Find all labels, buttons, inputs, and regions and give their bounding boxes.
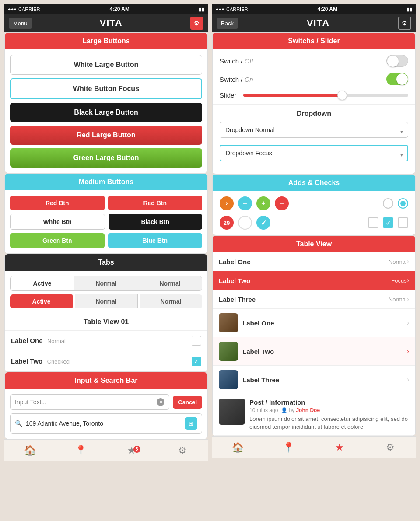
- check-item-2[interactable]: ✓: [383, 217, 393, 228]
- adds-checks-section: Adds & Checks › + + − 29 ✓: [212, 174, 416, 235]
- toggle-off[interactable]: [386, 55, 408, 67]
- minus-red-btn[interactable]: −: [275, 196, 289, 210]
- tv-label-three-main: Label Three: [219, 296, 386, 303]
- cancel-button[interactable]: Cancel: [173, 396, 202, 409]
- medium-buttons-body: Red Btn Red Btn White Btn Black Btn Gree…: [5, 190, 207, 253]
- post-thumbnail: [219, 399, 245, 425]
- slider-thumb[interactable]: [337, 91, 347, 100]
- left-tab-home[interactable]: 🏠: [4, 445, 55, 456]
- label-two-main: Label Two: [11, 357, 42, 365]
- check-item-3[interactable]: [398, 217, 408, 228]
- medium-red-btn-2[interactable]: Red Btn: [108, 196, 203, 210]
- white-focus-button[interactable]: White Button Focus: [10, 78, 202, 99]
- table-view-01-title: Table View 01: [5, 314, 207, 331]
- menu-button[interactable]: Menu: [9, 18, 32, 29]
- checkbox-label-two[interactable]: ✓: [192, 357, 201, 366]
- left-bottom-tab-bar: 🏠 📍 ★ 5 ⚙: [4, 439, 208, 461]
- tab-normal-white-2[interactable]: Normal: [138, 276, 202, 290]
- white-large-button[interactable]: White Large Button: [10, 55, 202, 75]
- medium-blue-btn[interactable]: Blue Btn: [108, 233, 203, 248]
- right-tab-favorites[interactable]: ★: [314, 442, 365, 453]
- black-large-button[interactable]: Black Large Button: [10, 103, 202, 122]
- green-large-button[interactable]: Green Large Button: [10, 148, 202, 168]
- check-item-1[interactable]: [368, 217, 378, 228]
- post-row[interactable]: Post / Information 10 mins ago 👤 by John…: [213, 394, 415, 436]
- medium-row-3: Green Btn Blue Btn: [10, 233, 202, 248]
- right-tab-home[interactable]: 🏠: [212, 442, 263, 453]
- check-circle-btn[interactable]: ✓: [256, 216, 270, 230]
- tv-label-two-sub: Focus: [391, 277, 406, 284]
- search-row: 🔍 ⊞: [10, 413, 202, 434]
- location-icon: 📍: [75, 445, 87, 456]
- tab-normal-red-2[interactable]: Normal: [140, 294, 202, 308]
- medium-green-btn[interactable]: Green Btn: [10, 233, 105, 248]
- dropdown-title: Dropdown: [220, 110, 408, 118]
- slider-track[interactable]: [243, 94, 408, 97]
- tab-active-red[interactable]: Active: [10, 294, 73, 308]
- tabs-body: Active Normal Normal Active Normal Norma…: [5, 271, 207, 314]
- tv-label-one-sub: Normal: [388, 259, 407, 265]
- checkbox-label-one[interactable]: [192, 336, 201, 346]
- tab-normal-red-1[interactable]: Normal: [75, 294, 138, 308]
- tv-thumb-row-2[interactable]: Label Two ›: [213, 337, 415, 366]
- left-nav-bar: Menu VITA ⚙: [4, 14, 208, 32]
- text-input[interactable]: [15, 399, 153, 406]
- left-signal: ●●●: [8, 7, 17, 12]
- tv-thumb-row-3[interactable]: Label Three ›: [213, 366, 415, 394]
- red-tab-row: Active Normal Normal: [10, 294, 202, 308]
- tab-active-white[interactable]: Active: [10, 276, 74, 290]
- tv-row-label-one[interactable]: Label One Normal ›: [213, 252, 415, 271]
- switch-off-label: Switch / Off: [220, 57, 253, 65]
- right-time: 4:20 AM: [317, 6, 337, 12]
- radio-item-1[interactable]: [383, 198, 393, 209]
- left-tab-location[interactable]: 📍: [55, 445, 106, 456]
- search-extra-button[interactable]: ⊞: [185, 417, 197, 430]
- right-signal: ●●●: [216, 7, 224, 12]
- tab-normal-white-1[interactable]: Normal: [74, 276, 138, 290]
- table-view-right-body: Label One Normal › Label Two Focus › Lab…: [213, 252, 415, 436]
- toggle-on[interactable]: [386, 73, 408, 85]
- input-row-wrapper: ✕ Cancel: [10, 394, 202, 410]
- empty-circle-btn[interactable]: [238, 216, 252, 230]
- switches-body: Switch / Off Switch / On Slider: [213, 49, 415, 104]
- dropdown-focus-wrapper: Dropdown Focus Option 1 Option 2: [220, 145, 408, 165]
- tv-row-label-two-focus[interactable]: Label Two Focus ›: [213, 271, 415, 290]
- badge-btn[interactable]: 29: [220, 216, 234, 230]
- left-phone: ●●● CARRIER 4:20 AM ▮▮ Menu VITA ⚙ Large…: [4, 4, 208, 461]
- right-home-icon: 🏠: [232, 442, 244, 453]
- red-large-button[interactable]: Red Large Button: [10, 126, 202, 145]
- gear-icon: ⚙: [194, 20, 200, 27]
- input-search-header: Input & Search Bar: [5, 372, 207, 389]
- input-search-section: Input & Search Bar ✕ Cancel 🔍 ⊞: [4, 372, 208, 439]
- left-tab-favorites[interactable]: ★ 5: [106, 445, 157, 456]
- medium-buttons-section: Medium Buttons Red Btn Red Btn White Btn…: [4, 173, 208, 254]
- dropdown-focus[interactable]: Dropdown Focus Option 1 Option 2: [220, 145, 408, 161]
- dropdown-normal[interactable]: Dropdown Normal Option 1 Option 2: [220, 122, 408, 138]
- left-tab-settings[interactable]: ⚙: [157, 445, 208, 456]
- left-settings-button[interactable]: ⚙: [190, 17, 203, 30]
- post-text: Lorem ipsum dolor sit amet, consectetur …: [249, 415, 409, 431]
- right-nav-bar: Back VITA ⚙: [212, 14, 416, 32]
- add-blue-btn[interactable]: +: [238, 196, 252, 210]
- add-green-btn[interactable]: +: [256, 196, 270, 210]
- switches-header: Switchs / Slider: [213, 33, 415, 49]
- thumb-image-2: [219, 342, 238, 361]
- right-tab-settings[interactable]: ⚙: [365, 442, 416, 453]
- white-tab-row: Active Normal Normal: [10, 276, 202, 291]
- chevron-right-btn[interactable]: ›: [220, 196, 234, 210]
- right-tab-location[interactable]: 📍: [263, 442, 314, 453]
- back-button[interactable]: Back: [217, 18, 238, 29]
- table-row-01-label-two: Label Two Checked ✓: [5, 351, 207, 371]
- radio-item-2[interactable]: [398, 198, 408, 209]
- search-input[interactable]: [26, 420, 182, 427]
- clear-input-button[interactable]: ✕: [157, 398, 164, 406]
- right-settings-button[interactable]: ⚙: [398, 17, 411, 30]
- medium-black-btn[interactable]: Black Btn: [108, 214, 203, 230]
- right-bottom-tab-bar: 🏠 📍 ★ ⚙: [212, 436, 416, 458]
- tv-row-label-three[interactable]: Label Three Normal ›: [213, 290, 415, 309]
- medium-white-btn[interactable]: White Btn: [10, 214, 105, 230]
- tv-thumb-row-1[interactable]: Label One ›: [213, 309, 415, 337]
- toggle-off-thumb: [387, 56, 399, 67]
- toggle-on-thumb: [396, 73, 408, 85]
- medium-red-btn-1[interactable]: Red Btn: [10, 196, 105, 210]
